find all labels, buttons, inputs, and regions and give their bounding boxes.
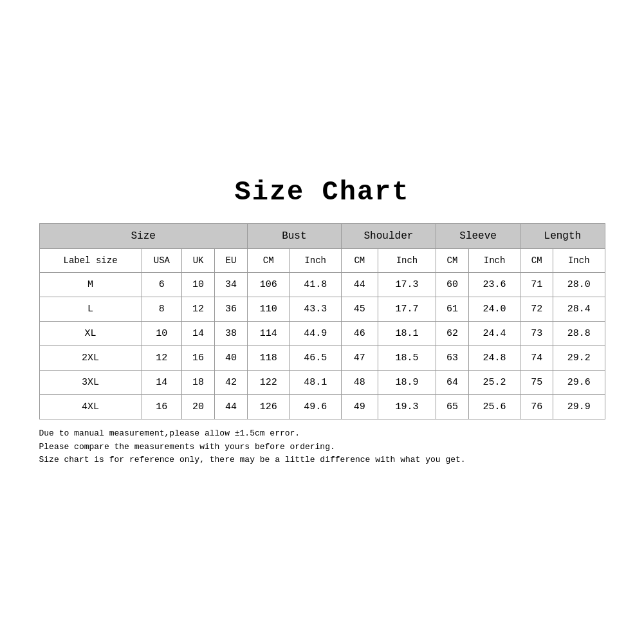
table-cell: 76 [520,394,553,419]
sub-header-cell: UK [182,248,215,272]
main-container: Size Chart SizeBustShoulderSleeveLength … [26,164,618,480]
table-cell: 18.1 [378,321,436,345]
table-cell: 18 [182,370,215,394]
sub-header-cell: Inch [290,248,341,272]
table-cell: 72 [520,297,553,321]
table-cell: 64 [436,370,469,394]
table-cell: 62 [436,321,469,345]
table-cell: 40 [215,345,248,370]
group-header-cell: Bust [247,223,341,248]
table-cell: 10 [142,321,182,345]
table-cell: 4XL [39,394,142,419]
sub-header-cell: CM [247,248,290,272]
table-cell: 10 [182,272,215,297]
table-cell: 19.3 [378,394,436,419]
table-cell: 46.5 [290,345,341,370]
table-cell: 14 [142,370,182,394]
table-row: L8123611043.34517.76124.07228.4 [39,297,605,321]
table-cell: 60 [436,272,469,297]
table-cell: XL [39,321,142,345]
table-cell: 18.9 [378,370,436,394]
table-cell: M [39,272,142,297]
table-cell: 28.0 [553,272,605,297]
table-cell: 47 [341,345,378,370]
table-cell: 106 [247,272,290,297]
table-cell: 8 [142,297,182,321]
table-cell: 122 [247,370,290,394]
table-cell: 61 [436,297,469,321]
table-cell: 114 [247,321,290,345]
table-cell: 41.8 [290,272,341,297]
group-header-cell: Size [39,223,247,248]
table-cell: 49.6 [290,394,341,419]
table-cell: 48 [341,370,378,394]
table-cell: 38 [215,321,248,345]
table-cell: 36 [215,297,248,321]
table-cell: 25.2 [468,370,520,394]
table-cell: 3XL [39,370,142,394]
group-header-cell: Shoulder [341,223,436,248]
table-cell: 28.4 [553,297,605,321]
table-cell: 29.6 [553,370,605,394]
table-cell: 45 [341,297,378,321]
table-cell: 16 [142,394,182,419]
footnote-line: Size chart is for reference only, there … [39,454,605,467]
table-cell: 44.9 [290,321,341,345]
table-cell: 14 [182,321,215,345]
sub-header-row: Label sizeUSAUKEUCMInchCMInchCMInchCMInc… [39,248,605,272]
table-cell: 48.1 [290,370,341,394]
table-body: M6103410641.84417.36023.67128.0L81236110… [39,272,605,419]
table-cell: 74 [520,345,553,370]
table-cell: 24.4 [468,321,520,345]
table-cell: 63 [436,345,469,370]
table-cell: 126 [247,394,290,419]
sub-header-cell: Inch [553,248,605,272]
footnote-line: Due to manual measurement,please allow ±… [39,427,605,441]
table-cell: 16 [182,345,215,370]
table-cell: 29.9 [553,394,605,419]
table-cell: 17.3 [378,272,436,297]
sub-header-cell: CM [520,248,553,272]
table-cell: 23.6 [468,272,520,297]
table-row: M6103410641.84417.36023.67128.0 [39,272,605,297]
table-row: 3XL14184212248.14818.96425.27529.6 [39,370,605,394]
sub-header-cell: Inch [378,248,436,272]
sub-header-cell: EU [215,248,248,272]
table-cell: 28.8 [553,321,605,345]
table-cell: 75 [520,370,553,394]
table-cell: 20 [182,394,215,419]
sub-header-cell: Inch [468,248,520,272]
table-cell: 25.6 [468,394,520,419]
table-cell: 43.3 [290,297,341,321]
group-header-row: SizeBustShoulderSleeveLength [39,223,605,248]
size-chart-table: SizeBustShoulderSleeveLength Label sizeU… [39,223,605,419]
group-header-cell: Length [520,223,605,248]
table-cell: 12 [182,297,215,321]
table-cell: 29.2 [553,345,605,370]
table-cell: 49 [341,394,378,419]
table-cell: 73 [520,321,553,345]
sub-header-cell: CM [436,248,469,272]
table-row: 4XL16204412649.64919.36525.67629.9 [39,394,605,419]
table-cell: 34 [215,272,248,297]
footnote-line: Please compare the measurements with you… [39,441,605,454]
sub-header-cell: Label size [39,248,142,272]
table-cell: 6 [142,272,182,297]
group-header-cell: Sleeve [436,223,520,248]
table-cell: 24.0 [468,297,520,321]
table-cell: 118 [247,345,290,370]
table-cell: 46 [341,321,378,345]
table-cell: 12 [142,345,182,370]
table-row: 2XL12164011846.54718.56324.87429.2 [39,345,605,370]
table-cell: 110 [247,297,290,321]
footnote-container: Due to manual measurement,please allow ±… [39,427,605,467]
table-cell: 65 [436,394,469,419]
table-cell: 44 [341,272,378,297]
sub-header-cell: USA [142,248,182,272]
table-row: XL10143811444.94618.16224.47328.8 [39,321,605,345]
table-cell: 44 [215,394,248,419]
table-cell: 42 [215,370,248,394]
table-cell: 24.8 [468,345,520,370]
sub-header-cell: CM [341,248,378,272]
table-cell: 2XL [39,345,142,370]
